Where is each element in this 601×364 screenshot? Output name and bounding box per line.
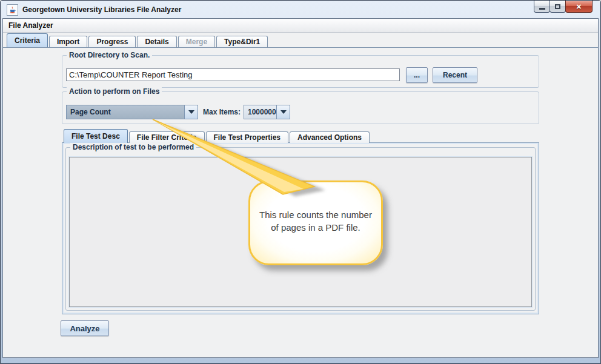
recent-button[interactable]: Recent [433,67,477,83]
max-items-label: Max Items: [203,108,241,116]
root-directory-legend: Root Directory to Scan. [67,51,152,59]
max-items-arrow[interactable] [276,105,290,119]
menu-bar: File Analyzer [3,19,598,33]
close-button[interactable]: × [565,1,593,13]
menu-file-analyzer[interactable]: File Analyzer [3,19,59,30]
action-combobox[interactable]: Page Count [66,105,198,119]
minimize-icon [539,8,545,10]
minimize-button[interactable] [534,1,550,13]
chevron-down-icon [281,110,287,114]
tab-import[interactable]: Import [49,36,87,47]
tab-details[interactable]: Details [137,36,176,47]
inner-tab-bar: File Test Desc File Filter Criteria File… [64,129,371,143]
tab-merge: Merge [178,36,215,47]
tab-progress[interactable]: Progress [88,36,136,47]
tab-file-test-properties[interactable]: File Test Properties [206,131,288,143]
callout-bubble: This rule counts the number of pages in … [248,180,383,265]
title-bar[interactable]: Georgetown University Libraries File Ana… [1,1,600,19]
action-legend: Action to perform on Files [67,87,162,96]
java-coffee-cup-icon [7,4,18,16]
max-items-combobox[interactable]: 1000000 [244,105,290,119]
tab-type-dir1[interactable]: Type&Dir1 [216,36,268,47]
tab-file-filter-criteria[interactable]: File Filter Criteria [129,131,205,143]
tab-criteria[interactable]: Criteria [7,33,48,47]
action-combobox-arrow[interactable] [184,105,198,119]
analyze-button[interactable]: Analyze [61,320,109,336]
maximize-icon [555,4,560,9]
root-directory-input[interactable] [66,68,400,81]
maximize-button[interactable] [550,1,566,13]
window-controls: × [534,1,593,13]
close-icon: × [576,2,582,11]
callout-text: This rule counts the number of pages in … [258,209,373,234]
client-area: File Analyzer Criteria Import Progress D… [2,18,599,358]
max-items-value: 1000000 [244,105,276,119]
tab-advanced-options[interactable]: Advanced Options [290,131,370,143]
action-combobox-value: Page Count [67,105,184,119]
chevron-down-icon [188,110,194,114]
tab-file-test-desc[interactable]: File Test Desc [64,129,128,143]
main-tab-bar: Criteria Import Progress Details Merge T… [7,33,269,47]
description-legend: Description of test to be performed [70,143,196,151]
window-frame: Georgetown University Libraries File Ana… [0,0,601,364]
application-window: Georgetown University Libraries File Ana… [0,0,601,364]
browse-button[interactable]: ... [406,67,428,83]
window-title: Georgetown University Libraries File Ana… [22,5,181,14]
